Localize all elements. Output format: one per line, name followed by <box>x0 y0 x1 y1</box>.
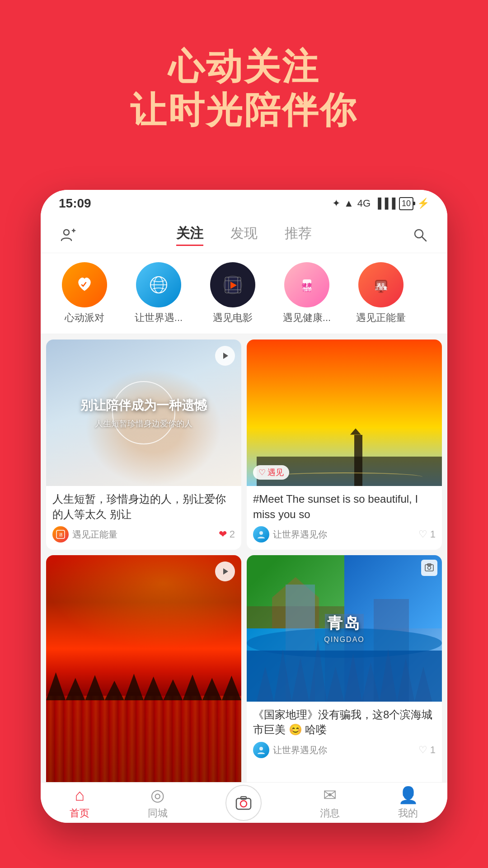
svg-rect-22 <box>380 291 382 292</box>
card-2[interactable]: ♡ 遇见 #Meet The sunset is so beautiful, I… <box>247 340 442 550</box>
sky-glow <box>46 555 241 649</box>
svg-text:正能量: 正能量 <box>375 286 387 291</box>
heart-filled-icon: ❤ <box>219 528 227 540</box>
tab-recommend[interactable]: 推荐 <box>285 224 312 246</box>
channel-item-3[interactable]: 遇见电影 <box>196 262 270 325</box>
wifi-icon: ▲ <box>344 198 354 209</box>
meet-badge: ♡ 遇见 <box>253 465 289 480</box>
status-time: 15:09 <box>59 196 91 211</box>
tab-discover[interactable]: 发现 <box>230 224 258 246</box>
card-1-footer: 遇 遇见正能量 ❤ 2 <box>52 526 235 542</box>
author-avatar-1: 遇 <box>52 526 69 542</box>
author-avatar-4 <box>253 742 269 758</box>
channel-circle-1 <box>62 262 107 307</box>
messages-label: 消息 <box>320 807 340 820</box>
heart-small-icon: ♡ <box>258 467 266 477</box>
author-name-4: 让世界遇见你 <box>273 744 327 756</box>
phone-mockup: 15:09 ✦ ▲ 4G ▐▐▐ 10 ⚡ 关注 发现 推荐 <box>41 190 447 823</box>
card-1-body: 人生短暂，珍惜身边的人，别让爱你的人等太久 别让 遇 遇见正能量 ❤ <box>46 486 241 547</box>
bottom-tab-home[interactable]: ⌂ 首页 <box>70 786 89 820</box>
svg-point-31 <box>428 566 431 569</box>
card-4-image: 青岛 QINGDAO <box>247 555 442 702</box>
channel-circle-3 <box>210 262 255 307</box>
svg-rect-34 <box>236 798 251 809</box>
signal-icon: 4G <box>357 198 371 209</box>
play-button-1[interactable] <box>215 346 235 366</box>
card-4-body: 《国家地理》没有骗我，这8个滨海城市巨美 😊 哈喽 让世界遇见你 ♡ <box>247 702 442 763</box>
card-1-author: 遇 遇见正能量 <box>52 526 117 542</box>
channel-circle-4: 健康 时刻 <box>284 262 329 307</box>
card-3-image <box>46 555 241 792</box>
add-friend-button[interactable] <box>54 222 81 249</box>
like-count-2: 1 <box>430 528 436 540</box>
channel-item-1[interactable]: 心动派对 <box>47 262 122 325</box>
flower-field <box>46 696 241 789</box>
profile-label: 我的 <box>398 807 418 820</box>
card-1-main-text: 别让陪伴成为一种遗憾 <box>80 396 207 414</box>
tab-follow[interactable]: 关注 <box>176 224 203 246</box>
card-1-overlay: 别让陪伴成为一种遗憾 人生短暂珍惜身边爱你的人 <box>46 340 241 486</box>
home-label: 首页 <box>70 807 89 820</box>
card-3[interactable] <box>46 555 241 792</box>
card-2-likes[interactable]: ♡ 1 <box>418 528 436 540</box>
card-1-image: 别让陪伴成为一种遗憾 人生短暂珍惜身边爱你的人 <box>46 340 241 486</box>
channel-list: 心动派对 让世界遇... <box>41 253 447 334</box>
header-line1: 心动关注 <box>0 45 488 89</box>
header-line2: 让时光陪伴你 <box>0 89 488 132</box>
card-4-img-inner: 青岛 QINGDAO <box>247 555 442 702</box>
bottom-tab-messages[interactable]: ✉ 消息 <box>320 786 340 820</box>
card-2-body: #Meet The sunset is so beautiful, I miss… <box>247 486 442 547</box>
channel-circle-5: 遇见 正能量 <box>358 262 404 307</box>
card-4-title: 《国家地理》没有骗我，这8个滨海城市巨美 😊 哈喽 <box>253 707 436 737</box>
channel-label-1: 心动派对 <box>65 311 104 325</box>
messages-icon: ✉ <box>323 786 337 805</box>
home-icon: ⌂ <box>75 786 84 805</box>
card-3-bg <box>46 555 241 789</box>
profile-icon: 👤 <box>398 786 418 805</box>
bottom-nav: ⌂ 首页 ◎ 同城 ✉ 消息 👤 我的 <box>41 782 447 823</box>
svg-line-4 <box>422 237 426 241</box>
card-4-collage <box>247 555 442 702</box>
heart-outline-icon-2: ♡ <box>418 528 427 540</box>
heart-outline-icon-4: ♡ <box>418 744 427 756</box>
signal-bars-icon: ▐▐▐ <box>374 198 395 209</box>
channel-label-2: 让世界遇... <box>135 311 183 325</box>
channel-item-5[interactable]: 遇见 正能量 遇见正能量 <box>344 262 418 325</box>
card-2-image: ♡ 遇见 <box>247 340 442 486</box>
search-button[interactable] <box>407 222 434 249</box>
card-1-sub-text: 人生短暂珍惜身边爱你的人 <box>95 418 192 429</box>
channel-label-5: 遇见正能量 <box>356 311 406 325</box>
local-icon: ◎ <box>150 786 164 805</box>
svg-marker-29 <box>223 568 228 575</box>
card-2-title: #Meet The sunset is so beautiful, I miss… <box>253 491 436 522</box>
like-count-1: 2 <box>230 528 235 540</box>
svg-text:健康: 健康 <box>301 283 312 288</box>
meet-text: 遇见 <box>267 467 284 478</box>
svg-text:遇: 遇 <box>59 533 63 537</box>
status-bar: 15:09 ✦ ▲ 4G ▐▐▐ 10 ⚡ <box>41 190 447 217</box>
card-1[interactable]: 别让陪伴成为一种遗憾 人生短暂珍惜身边爱你的人 人生短暂，珍惜身边的人，别让爱你… <box>46 340 241 550</box>
bluetooth-icon: ✦ <box>332 198 340 209</box>
channel-item-2[interactable]: 让世界遇... <box>122 262 196 325</box>
content-grid: 别让陪伴成为一种遗憾 人生短暂珍惜身边爱你的人 人生短暂，珍惜身边的人，别让爱你… <box>41 334 447 797</box>
channel-label-3: 遇见电影 <box>213 311 253 325</box>
status-icons: ✦ ▲ 4G ▐▐▐ 10 ⚡ <box>332 197 429 210</box>
card-4[interactable]: 青岛 QINGDAO 《国家地理》没有骗我，这8个滨海城市巨美 😊 哈喽 <box>247 555 442 792</box>
channel-label-4: 遇见健康... <box>283 311 331 325</box>
svg-point-28 <box>259 531 263 535</box>
card-4-footer: 让世界遇见你 ♡ 1 <box>253 742 436 758</box>
svg-point-35 <box>240 801 247 807</box>
channel-item-4[interactable]: 健康 时刻 遇见健康... <box>270 262 344 325</box>
author-name-1: 遇见正能量 <box>72 528 117 541</box>
card-4-author: 让世界遇见你 <box>253 742 327 758</box>
card-4-likes[interactable]: ♡ 1 <box>418 744 436 756</box>
author-name-2: 让世界遇见你 <box>273 528 327 541</box>
svg-point-33 <box>259 747 263 750</box>
nav-tabs: 关注 发现 推荐 <box>81 224 407 246</box>
svg-text:时刻: 时刻 <box>303 288 311 292</box>
play-button-3[interactable] <box>215 561 235 581</box>
bottom-tab-local[interactable]: ◎ 同城 <box>148 786 168 820</box>
bottom-tab-camera[interactable] <box>225 785 262 821</box>
bottom-tab-profile[interactable]: 👤 我的 <box>398 786 418 820</box>
card-1-likes[interactable]: ❤ 2 <box>219 528 235 540</box>
